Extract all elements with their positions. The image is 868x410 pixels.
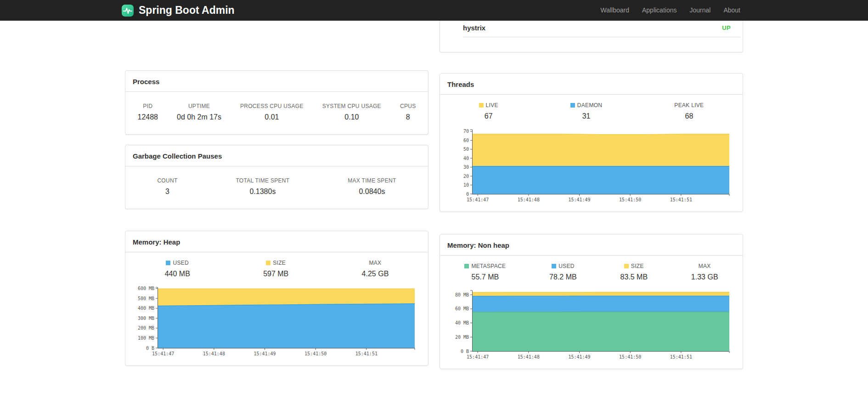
brand-link[interactable]: Spring Boot Admin <box>121 4 235 17</box>
legend-label: SIZE <box>273 260 286 266</box>
svg-text:200 MB: 200 MB <box>138 325 154 330</box>
nonheap-area-chart: 0 B20 MB40 MB60 MB80 MB15:41:4715:41:481… <box>447 288 732 361</box>
legend-value: 440 MB <box>165 270 190 278</box>
gc-metrics: COUNT 3 TOTAL TIME SPENT 0.1380s MAX TIM… <box>125 166 428 209</box>
gc-panel: Garbage Collection Pauses COUNT 3 TOTAL … <box>125 145 428 209</box>
metric-label: COUNT <box>157 177 177 184</box>
legend-value: 78.2 MB <box>549 273 577 281</box>
legend-label: USED <box>173 260 189 266</box>
svg-text:20: 20 <box>463 174 469 179</box>
metric-label: UPTIME <box>177 103 221 109</box>
legend-item-live: LIVE 67 <box>479 102 498 120</box>
nav-links: Wallboard Applications Journal About <box>594 0 747 21</box>
legend-value: 68 <box>674 112 704 120</box>
metric-pid: PID 12488 <box>138 103 158 121</box>
nonheap-legend: METASPACE 55.7 MB USED 78.2 MB SIZE <box>440 256 743 282</box>
svg-text:15:41:47: 15:41:47 <box>467 354 489 359</box>
legend-item-peak-live: PEAK LIVE 68 <box>674 102 704 120</box>
legend-label: LIVE <box>486 102 498 108</box>
metric-gc-max-time: MAX TIME SPENT 0.0840s <box>348 177 396 196</box>
svg-text:15:41:50: 15:41:50 <box>619 197 641 202</box>
metric-label: CPUS <box>400 103 416 109</box>
threads-panel: Threads LIVE 67 DAEMON 31 <box>440 73 743 212</box>
health-panel-partial: hystrix UP <box>440 21 743 52</box>
metric-label: MAX TIME SPENT <box>348 177 396 184</box>
svg-text:300 MB: 300 MB <box>138 316 154 321</box>
nav-item-applications[interactable]: Applications <box>636 0 683 21</box>
svg-text:15:41:47: 15:41:47 <box>467 197 489 202</box>
metric-value: 3 <box>157 188 177 196</box>
legend-label: PEAK LIVE <box>674 102 704 108</box>
memory-heap-panel-title: Memory: Heap <box>125 231 428 252</box>
metric-process-cpu: PROCESS CPU USAGE 0.01 <box>240 103 304 121</box>
metric-value: 0.1380s <box>236 188 289 196</box>
threads-legend: LIVE 67 DAEMON 31 PEAK LIVE 6 <box>440 95 743 121</box>
svg-text:15:41:49: 15:41:49 <box>568 197 590 202</box>
size-swatch-icon <box>266 261 271 265</box>
legend-item-used: USED 440 MB <box>165 260 190 278</box>
metric-value: 8 <box>400 113 416 121</box>
legend-label: MAX <box>369 260 381 266</box>
threads-chart-wrap: 01020304050607015:41:4715:41:4815:41:491… <box>440 121 743 211</box>
legend-value: 55.7 MB <box>464 273 506 281</box>
health-row-hystrix: hystrix UP <box>463 21 741 37</box>
memory-heap-panel: Memory: Heap USED 440 MB SIZE 597 MB <box>125 231 428 366</box>
memory-nonheap-panel-title: Memory: Non heap <box>440 234 743 256</box>
metric-label: SYSTEM CPU USAGE <box>322 103 381 109</box>
legend-label: METASPACE <box>471 263 506 269</box>
legend-item-size: SIZE 597 MB <box>263 260 288 278</box>
legend-value: 4.25 GB <box>362 270 389 278</box>
left-column: Process PID 12488 UPTIME 0d 0h 2m 17s PR… <box>125 21 428 366</box>
svg-text:40: 40 <box>463 156 469 161</box>
svg-text:60: 60 <box>463 138 469 143</box>
svg-text:15:41:49: 15:41:49 <box>568 354 590 359</box>
metric-value: 0.0840s <box>348 188 396 196</box>
svg-text:500 MB: 500 MB <box>138 296 154 301</box>
metric-gc-count: COUNT 3 <box>157 177 177 196</box>
metric-gc-total-time: TOTAL TIME SPENT 0.1380s <box>236 177 289 196</box>
nav-item-about[interactable]: About <box>717 0 747 21</box>
metric-label: TOTAL TIME SPENT <box>236 177 289 184</box>
right-column: hystrix UP Threads LIVE 67 DAEMON <box>440 21 743 369</box>
legend-item-metaspace: METASPACE 55.7 MB <box>464 263 506 281</box>
legend-item-used: USED 78.2 MB <box>549 263 577 281</box>
svg-text:15:41:48: 15:41:48 <box>518 354 540 359</box>
threads-panel-title: Threads <box>440 74 743 95</box>
main-content: Process PID 12488 UPTIME 0d 0h 2m 17s PR… <box>125 21 743 369</box>
svg-text:0 B: 0 B <box>461 349 469 354</box>
svg-text:0: 0 <box>466 192 469 197</box>
metaspace-swatch-icon <box>464 264 469 268</box>
metric-cpus: CPUS 8 <box>400 103 416 121</box>
legend-value: 597 MB <box>263 270 288 278</box>
legend-label: MAX <box>699 263 711 269</box>
daemon-swatch-icon <box>570 103 575 108</box>
navbar: Spring Boot Admin Wallboard Applications… <box>0 0 868 21</box>
metric-system-cpu: SYSTEM CPU USAGE 0.10 <box>322 103 381 121</box>
health-indicator-name: hystrix <box>463 24 485 32</box>
process-panel: Process PID 12488 UPTIME 0d 0h 2m 17s PR… <box>125 70 428 135</box>
svg-text:15:41:51: 15:41:51 <box>670 197 692 202</box>
heap-legend: USED 440 MB SIZE 597 MB MAX 4 <box>125 252 428 279</box>
nonheap-chart-wrap: 0 B20 MB40 MB60 MB80 MB15:41:4715:41:481… <box>440 282 743 369</box>
metric-value: 0.01 <box>240 113 304 121</box>
legend-label: SIZE <box>631 263 644 269</box>
svg-text:15:41:50: 15:41:50 <box>619 354 641 359</box>
legend-item-max: MAX 4.25 GB <box>362 260 389 278</box>
brand-title: Spring Boot Admin <box>139 4 235 17</box>
svg-text:15:41:49: 15:41:49 <box>254 351 276 356</box>
svg-text:80 MB: 80 MB <box>455 292 469 297</box>
metric-value: 0d 0h 2m 17s <box>177 113 221 121</box>
svg-text:60 MB: 60 MB <box>455 306 469 311</box>
live-swatch-icon <box>479 103 484 108</box>
legend-label: DAEMON <box>577 102 602 108</box>
svg-text:400 MB: 400 MB <box>138 306 154 311</box>
metric-uptime: UPTIME 0d 0h 2m 17s <box>177 103 221 121</box>
nav-item-journal[interactable]: Journal <box>683 0 717 21</box>
svg-text:600 MB: 600 MB <box>138 286 154 291</box>
svg-text:10: 10 <box>463 182 469 188</box>
svg-text:15:41:51: 15:41:51 <box>670 354 692 359</box>
process-panel-title: Process <box>125 71 428 92</box>
metric-value: 0.10 <box>322 113 381 121</box>
legend-item-daemon: DAEMON 31 <box>570 102 602 120</box>
nav-item-wallboard[interactable]: Wallboard <box>594 0 636 21</box>
